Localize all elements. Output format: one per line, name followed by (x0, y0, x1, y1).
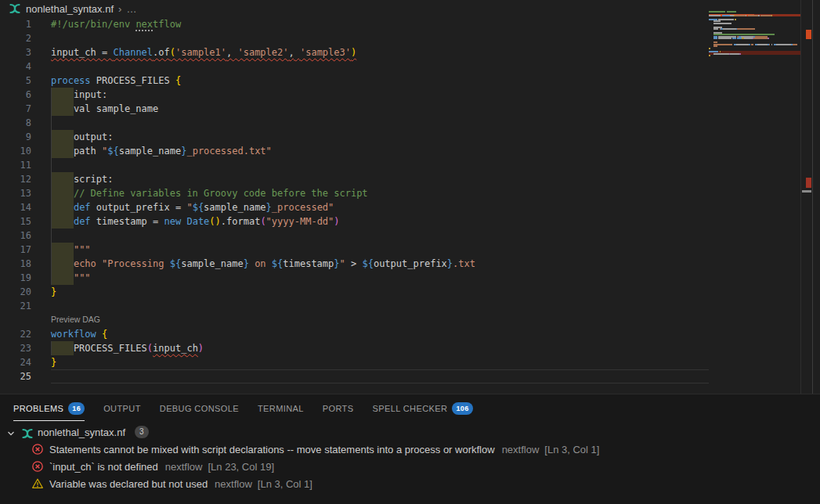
code-line[interactable]: 17 """ (0, 243, 709, 257)
code-line-content[interactable]: script: (51, 172, 709, 186)
code-line-content[interactable] (51, 299, 709, 313)
code-line-content[interactable]: """ (51, 271, 709, 285)
line-number[interactable]: 11 (0, 158, 31, 172)
panel-tab-ports[interactable]: PORTS (323, 397, 354, 419)
code-line[interactable]: 3input_ch = Channel.of('sample1', 'sampl… (0, 45, 709, 59)
code-line[interactable]: 14 def output_prefix = "${sample_name}_p… (0, 200, 709, 214)
problem-row[interactable]: Variable was declared but not usednextfl… (0, 475, 820, 492)
line-number[interactable]: 4 (0, 59, 31, 74)
code-line-content[interactable]: output: (51, 130, 709, 144)
line-number[interactable]: 2 (0, 31, 31, 45)
code-line[interactable]: 25 (0, 369, 709, 383)
line-number[interactable]: 10 (0, 144, 31, 158)
problem-row[interactable]: `input_ch` is not definednextflow[Ln 23,… (0, 458, 820, 475)
code-line-content[interactable]: // Define variables in Groovy code befor… (51, 186, 709, 200)
code-line[interactable]: 4 (0, 59, 709, 74)
codelens-row[interactable]: Preview DAG (0, 313, 709, 327)
panel-tab-spell-checker[interactable]: SPELL CHECKER106 (372, 395, 472, 421)
line-number[interactable]: 17 (0, 243, 31, 257)
line-number[interactable]: 19 (0, 271, 31, 285)
code-line[interactable]: 11 (0, 158, 709, 172)
code-line[interactable]: 10 path "${sample_name}_processed.txt" (0, 144, 709, 158)
code-line-content[interactable]: val sample_name (51, 102, 709, 116)
code-line[interactable]: 20} (0, 285, 709, 299)
line-number[interactable]: 12 (0, 172, 31, 186)
line-number[interactable]: 6 (0, 88, 31, 102)
code-line-content[interactable]: PROCESS_FILES(input_ch) (51, 341, 709, 355)
codelens-preview-dag[interactable]: Preview DAG (51, 313, 709, 327)
problem-position: [Ln 23, Col 19] (208, 461, 274, 473)
code-line[interactable]: 15 def timestamp = new Date().format("yy… (0, 214, 709, 229)
line-number[interactable]: 21 (0, 299, 31, 313)
code-line[interactable]: 18 echo "Processing ${sample_name} on ${… (0, 257, 709, 271)
line-number[interactable]: 25 (0, 369, 31, 383)
scrollbar-overview-ruler[interactable] (800, 0, 813, 394)
overview-error-mark-bottom (806, 178, 811, 188)
code-line[interactable]: 6 input: (0, 88, 709, 102)
line-number[interactable]: 9 (0, 130, 31, 144)
code-line-content[interactable] (51, 59, 709, 74)
line-number[interactable] (0, 313, 31, 327)
code-line[interactable]: 12 script: (0, 172, 709, 186)
line-number[interactable]: 16 (0, 229, 31, 243)
code-line-content[interactable]: process PROCESS_FILES { (51, 74, 709, 88)
code-line[interactable]: 5process PROCESS_FILES { (0, 74, 709, 88)
line-number[interactable]: 20 (0, 285, 31, 299)
line-number[interactable]: 3 (0, 45, 31, 59)
code-line[interactable]: 1#!/usr/bin/env nextflow (0, 17, 709, 31)
problem-row[interactable]: Statements cannot be mixed with script d… (0, 441, 820, 458)
code-line-content[interactable]: } (51, 355, 709, 369)
code-line[interactable]: 22workflow { (0, 327, 709, 341)
minimap[interactable] (709, 11, 800, 74)
code-line-content[interactable]: input_ch = Channel.of('sample1', 'sample… (51, 45, 709, 59)
panel-tab-output[interactable]: OUTPUT (103, 397, 141, 419)
code-line-content[interactable]: #!/usr/bin/env nextflow (51, 17, 709, 31)
code-line[interactable]: 8 (0, 116, 709, 130)
code-line[interactable]: 24} (0, 355, 709, 369)
line-number[interactable]: 13 (0, 186, 31, 200)
breadcrumb-filename[interactable]: nonlethal_syntax.nf (26, 3, 114, 15)
line-number[interactable]: 1 (0, 17, 31, 31)
code-editor[interactable]: 1#!/usr/bin/env nextflow23input_ch = Cha… (0, 17, 709, 383)
code-line-content[interactable]: } (51, 285, 709, 299)
panel-tab-problems[interactable]: PROBLEMS16 (13, 395, 85, 421)
chevron-down-icon[interactable] (6, 426, 17, 438)
line-number[interactable]: 15 (0, 214, 31, 229)
code-line-content[interactable]: path "${sample_name}_processed.txt" (51, 144, 709, 158)
panel-tab-debug-console[interactable]: DEBUG CONSOLE (160, 397, 239, 419)
code-line-content[interactable]: workflow { (51, 327, 709, 341)
code-line[interactable]: 23 PROCESS_FILES(input_ch) (0, 341, 709, 355)
code-line-content[interactable]: def output_prefix = "${sample_name}_proc… (51, 200, 709, 214)
line-number[interactable]: 18 (0, 257, 31, 271)
line-number[interactable]: 23 (0, 341, 31, 355)
line-number[interactable]: 5 (0, 74, 31, 88)
code-line[interactable]: 2 (0, 31, 709, 45)
code-line[interactable]: 19 """ (0, 271, 709, 285)
indent-highlight (52, 88, 74, 102)
line-number[interactable]: 8 (0, 116, 31, 130)
code-line[interactable]: 13 // Define variables in Groovy code be… (0, 186, 709, 200)
code-line[interactable]: 16 (0, 229, 709, 243)
problems-file-row[interactable]: nonlethal_syntax.nf 3 (0, 423, 820, 441)
code-line-content[interactable]: echo "Processing ${sample_name} on ${tim… (51, 257, 709, 271)
code-line[interactable]: 21 (0, 299, 709, 313)
line-number[interactable]: 24 (0, 355, 31, 369)
code-line-content[interactable] (51, 369, 709, 383)
line-number[interactable]: 14 (0, 200, 31, 214)
line-number[interactable]: 22 (0, 327, 31, 341)
line-number[interactable]: 7 (0, 102, 31, 116)
code-line-content[interactable]: """ (51, 243, 709, 257)
code-line-content[interactable] (51, 116, 709, 130)
code-line-content[interactable] (51, 229, 709, 243)
code-line-content[interactable] (51, 158, 709, 172)
code-line-content[interactable] (51, 31, 709, 45)
breadcrumb[interactable]: nonlethal_syntax.nf › … (0, 0, 136, 17)
code-line-content[interactable]: input: (51, 88, 709, 102)
code-line[interactable]: 9 output: (0, 130, 709, 144)
breadcrumb-more[interactable]: … (126, 3, 136, 15)
panel-tab-terminal[interactable]: TERMINAL (258, 397, 304, 419)
code-line-content[interactable]: def timestamp = new Date().format("yyyy-… (51, 214, 709, 229)
code-line[interactable]: 7 val sample_name (0, 102, 709, 116)
problem-message: `input_ch` is not defined (49, 461, 158, 473)
problems-file-name: nonlethal_syntax.nf (38, 427, 125, 438)
